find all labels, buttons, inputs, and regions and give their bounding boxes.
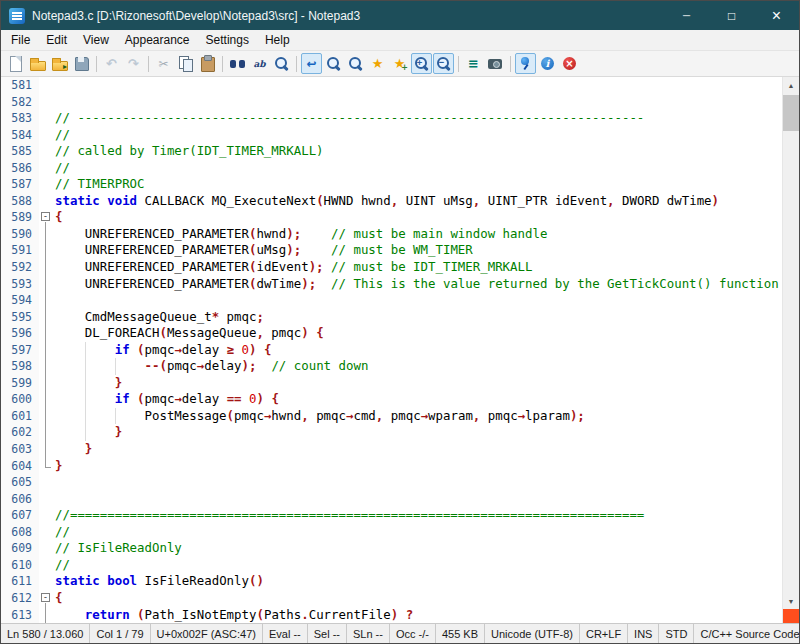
menu-file[interactable]: File <box>3 30 38 50</box>
editor[interactable]: 581582583// ----------------------------… <box>1 77 799 623</box>
status-occurrences[interactable]: Occ -/- <box>390 624 436 643</box>
line-number[interactable]: 598 <box>1 358 39 375</box>
code-line-591[interactable]: 591 UNREFERENCED_PARAMETER(uMsg); // mus… <box>1 242 782 259</box>
line-number[interactable]: 605 <box>1 474 39 491</box>
code-line-612[interactable]: 612-{ <box>1 590 782 607</box>
line-number[interactable]: 608 <box>1 524 39 541</box>
code-line-585[interactable]: 585// called by Timer(IDT_TIMER_MRKALL) <box>1 143 782 160</box>
code-line-613[interactable]: 613 return (Path_IsNotEmpty(Paths.Curren… <box>1 607 782 624</box>
code-line-608[interactable]: 608// <box>1 524 782 541</box>
status-eval[interactable]: Eval -- <box>263 624 308 643</box>
code-lines[interactable]: 581582583// ----------------------------… <box>1 77 782 623</box>
menu-edit[interactable]: Edit <box>38 30 75 50</box>
line-number[interactable]: 581 <box>1 77 39 94</box>
line-number[interactable]: 609 <box>1 540 39 557</box>
line-number[interactable]: 611 <box>1 573 39 590</box>
code-line-601[interactable]: 601 PostMessage(pmqc→hwnd, pmqc→cmd, pmq… <box>1 408 782 425</box>
maximize-button[interactable]: □ <box>709 1 754 30</box>
screenshot-button[interactable] <box>485 53 506 74</box>
fold-collapse-box[interactable]: - <box>41 212 50 221</box>
favorites-button[interactable]: ★ <box>367 53 388 74</box>
menu-appearance[interactable]: Appearance <box>117 30 198 50</box>
copy-button[interactable] <box>175 53 196 74</box>
vertical-scrollbar[interactable]: ▲ ▼ <box>782 77 799 623</box>
code-line-610[interactable]: 610// <box>1 557 782 574</box>
find-next-button[interactable] <box>271 53 292 74</box>
code-line-611[interactable]: 611static bool IsFileReadOnly() <box>1 573 782 590</box>
menu-settings[interactable]: Settings <box>198 30 257 50</box>
find-button[interactable] <box>227 53 248 74</box>
save-file-button[interactable] <box>71 53 92 74</box>
status-file-size[interactable]: 455 KB <box>436 624 485 643</box>
code-line-596[interactable]: 596 DL_FOREACH(MessageQueue, pmqc) { <box>1 325 782 342</box>
zoom-in-button[interactable]: + <box>411 53 432 74</box>
title-bar[interactable]: Notepad3.c [D:\Rizonesoft\Develop\Notepa… <box>1 1 799 30</box>
view-scheme-button[interactable]: ≡ <box>463 53 484 74</box>
status-character[interactable]: U+0x002F (ASC:47) <box>151 624 263 643</box>
code-line-605[interactable]: 605 <box>1 474 782 491</box>
status-selection[interactable]: Sel -- <box>308 624 347 643</box>
code-line-590[interactable]: 590 UNREFERENCED_PARAMETER(hwnd); // mus… <box>1 226 782 243</box>
line-number[interactable]: 595 <box>1 309 39 326</box>
cut-button[interactable]: ✂ <box>153 53 174 74</box>
menu-view[interactable]: View <box>75 30 117 50</box>
find-prev-button[interactable] <box>323 53 344 74</box>
paste-button[interactable] <box>197 53 218 74</box>
code-line-595[interactable]: 595 CmdMessageQueue_t* pmqc; <box>1 309 782 326</box>
code-line-582[interactable]: 582 <box>1 94 782 111</box>
status-eol-mode[interactable]: CR+LF <box>580 624 628 643</box>
about-button[interactable]: i <box>537 53 558 74</box>
line-number[interactable]: 612 <box>1 590 39 607</box>
line-number[interactable]: 584 <box>1 127 39 144</box>
line-number[interactable]: 585 <box>1 143 39 160</box>
line-number[interactable]: 607 <box>1 507 39 524</box>
scrollbar-thumb[interactable] <box>783 95 799 131</box>
line-number[interactable]: 602 <box>1 424 39 441</box>
status-insert-mode[interactable]: INS <box>628 624 659 643</box>
line-number[interactable]: 590 <box>1 226 39 243</box>
word-wrap-button[interactable]: ↩ <box>301 53 322 74</box>
code-line-599[interactable]: 599 } <box>1 375 782 392</box>
line-number[interactable]: 588 <box>1 193 39 210</box>
code-line-603[interactable]: 603 } <box>1 441 782 458</box>
code-line-594[interactable]: 594 <box>1 292 782 309</box>
always-on-top-button[interactable] <box>515 53 536 74</box>
code-line-587[interactable]: 587// TIMERPROC <box>1 176 782 193</box>
menu-help[interactable]: Help <box>257 30 298 50</box>
code-line-609[interactable]: 609// IsFileReadOnly <box>1 540 782 557</box>
replace-button[interactable]: ab <box>249 53 270 74</box>
line-number[interactable]: 594 <box>1 292 39 309</box>
find-selection-button[interactable] <box>345 53 366 74</box>
close-button[interactable]: × <box>754 1 799 30</box>
code-line-581[interactable]: 581 <box>1 77 782 94</box>
line-number[interactable]: 583 <box>1 110 39 127</box>
line-number[interactable]: 597 <box>1 342 39 359</box>
status-edit-mode[interactable]: STD <box>659 624 694 643</box>
line-number[interactable]: 596 <box>1 325 39 342</box>
code-line-584[interactable]: 584// <box>1 127 782 144</box>
exit-button[interactable]: × <box>559 53 580 74</box>
line-number[interactable]: 604 <box>1 458 39 475</box>
code-line-589[interactable]: 589-{ <box>1 209 782 226</box>
code-line-597[interactable]: 597 if (pmqc→delay ≥ 0) { <box>1 342 782 359</box>
line-number[interactable]: 593 <box>1 276 39 293</box>
code-line-600[interactable]: 600 if (pmqc→delay == 0) { <box>1 391 782 408</box>
line-number[interactable]: 591 <box>1 242 39 259</box>
code-line-606[interactable]: 606 <box>1 491 782 508</box>
line-number[interactable]: 613 <box>1 607 39 624</box>
undo-button[interactable]: ↶ <box>101 53 122 74</box>
code-line-598[interactable]: 598 --(pmqc→delay); // count down <box>1 358 782 375</box>
browse-files-button[interactable]: ▸ <box>49 53 70 74</box>
line-number[interactable]: 592 <box>1 259 39 276</box>
status-selected-lines[interactable]: SLn -- <box>347 624 390 643</box>
new-file-button[interactable] <box>5 53 26 74</box>
scrollbar-track[interactable] <box>783 93 799 593</box>
code-line-586[interactable]: 586// <box>1 160 782 177</box>
line-number[interactable]: 586 <box>1 160 39 177</box>
fold-marker[interactable]: - <box>39 209 52 226</box>
line-number[interactable]: 587 <box>1 176 39 193</box>
line-number[interactable]: 606 <box>1 491 39 508</box>
code-line-602[interactable]: 602 } <box>1 424 782 441</box>
status-encoding[interactable]: Unicode (UTF-8) <box>485 624 580 643</box>
status-line[interactable]: Ln 580 / 13.060 <box>1 624 90 643</box>
